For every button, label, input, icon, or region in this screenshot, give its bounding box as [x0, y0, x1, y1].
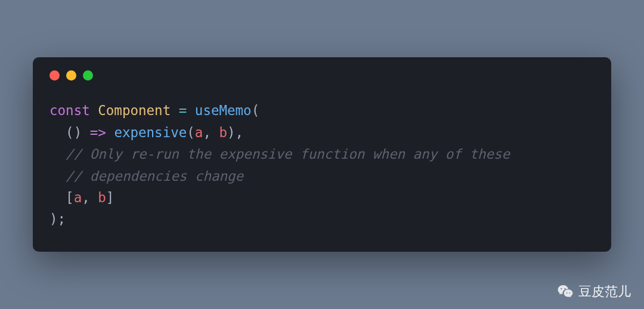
bracket-close: ] — [106, 190, 114, 205]
comma: , — [82, 190, 98, 205]
paren-close: ) — [74, 125, 82, 140]
arrow-operator: => — [90, 125, 106, 140]
code-block: const Component = useMemo( () => expensi… — [49, 100, 595, 230]
comment-line: // Only re-run the expensive function wh… — [66, 146, 510, 162]
paren-open: ( — [66, 125, 74, 140]
args-open: ( — [187, 125, 195, 140]
function-expensive: expensive — [114, 125, 187, 140]
traffic-lights — [49, 70, 595, 81]
code-line-3: // Only re-run the expensive function wh… — [49, 146, 510, 162]
keyword-const: const — [49, 103, 90, 118]
function-usememo: useMemo — [195, 103, 252, 118]
code-line-5: [a, b] — [49, 190, 114, 205]
identifier-component: Component — [98, 103, 171, 118]
bracket-open: [ — [66, 190, 74, 205]
code-line-1: const Component = useMemo( — [49, 103, 259, 118]
code-line-4: // dependencies change — [49, 168, 243, 184]
paren-open: ( — [252, 103, 260, 118]
wechat-icon — [557, 283, 574, 300]
operator-eq: = — [179, 103, 187, 118]
dep-a: a — [74, 190, 82, 205]
maximize-dot-icon — [83, 70, 93, 81]
comment-line: // dependencies change — [66, 168, 243, 184]
minimize-dot-icon — [66, 70, 76, 81]
paren-close: ) — [49, 211, 58, 227]
code-editor-window: const Component = useMemo( () => expensi… — [33, 57, 611, 252]
param-a: a — [195, 125, 203, 140]
code-line-6: ); — [49, 211, 66, 227]
watermark: 豆皮范儿 — [557, 283, 631, 301]
semicolon: ; — [58, 211, 66, 227]
code-line-2: () => expensive(a, b), — [49, 125, 243, 140]
args-close: ) — [227, 125, 236, 140]
dep-b: b — [98, 190, 106, 205]
watermark-text: 豆皮范儿 — [578, 283, 631, 301]
trailing-comma: , — [236, 125, 244, 140]
param-b: b — [219, 125, 227, 140]
close-dot-icon — [49, 70, 60, 81]
comma: , — [203, 125, 219, 140]
